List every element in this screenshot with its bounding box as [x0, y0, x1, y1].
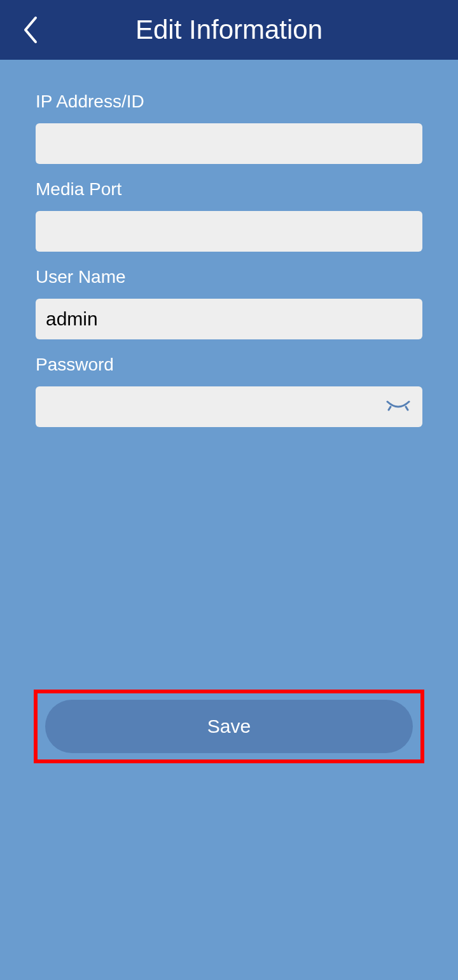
svg-line-1: [406, 407, 408, 410]
eye-closed-icon: [386, 399, 410, 414]
password-label: Password: [36, 355, 422, 375]
chevron-left-icon: [22, 15, 39, 44]
ip-address-label: IP Address/ID: [36, 92, 422, 112]
user-name-group: User Name: [36, 267, 422, 339]
password-input[interactable]: [36, 386, 422, 427]
back-button[interactable]: [18, 14, 43, 46]
user-name-label: User Name: [36, 267, 422, 287]
ip-address-group: IP Address/ID: [36, 92, 422, 164]
media-port-input[interactable]: [36, 211, 422, 252]
media-port-group: Media Port: [36, 179, 422, 252]
save-button[interactable]: Save: [45, 700, 413, 753]
page-title: Edit Information: [0, 15, 458, 45]
media-port-label: Media Port: [36, 179, 422, 200]
header: Edit Information: [0, 0, 458, 60]
save-highlight-box: Save: [34, 690, 424, 763]
form-content: IP Address/ID Media Port User Name Passw…: [0, 60, 458, 427]
password-group: Password: [36, 355, 422, 427]
svg-line-0: [389, 407, 391, 410]
user-name-input[interactable]: [36, 299, 422, 339]
ip-address-input[interactable]: [36, 123, 422, 164]
toggle-password-visibility[interactable]: [385, 397, 411, 416]
